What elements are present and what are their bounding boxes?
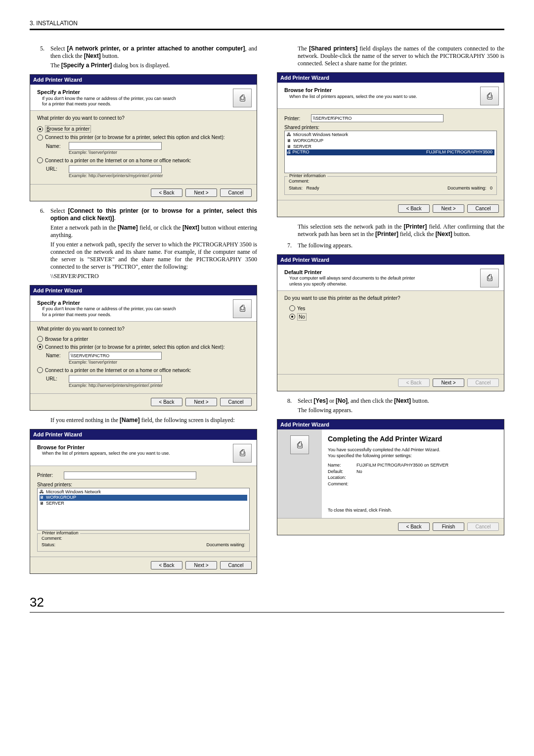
right-intro: The [Shared printers] field displays the… bbox=[277, 45, 504, 69]
t: You specified the following printer sett… bbox=[328, 453, 498, 459]
next-button[interactable]: Next > bbox=[185, 561, 217, 569]
cancel-button: Cancel bbox=[467, 378, 499, 387]
back-button[interactable]: < Back bbox=[151, 189, 182, 197]
radio-label: Yes bbox=[297, 305, 305, 312]
url-label: URL: bbox=[46, 166, 66, 172]
dialog-subheading: Your computer will always send documents… bbox=[289, 276, 428, 287]
t: field, or click the bbox=[138, 224, 182, 231]
back-button[interactable]: < Back bbox=[151, 398, 182, 406]
info-legend: Printer information bbox=[288, 173, 327, 179]
dialog-titlebar: Add Printer Wizard bbox=[30, 285, 257, 295]
back-button[interactable]: < Back bbox=[151, 561, 182, 569]
cancel-button[interactable]: Cancel bbox=[220, 561, 252, 569]
t: , and then click the bbox=[348, 397, 394, 404]
right-after-browse: This selection sets the network path in … bbox=[277, 223, 504, 240]
shared-printers-tree[interactable]: 🖧Microsoft Windows Network 🖥WORKGROUP 🖥S… bbox=[284, 131, 497, 173]
radio-label: Connect to this printer (or to browse fo… bbox=[45, 344, 225, 350]
step-8: 8. Select [Yes] or [No], and then click … bbox=[277, 397, 504, 416]
tree-node-server[interactable]: 🖥SERVER bbox=[287, 144, 494, 150]
cancel-button[interactable]: Cancel bbox=[220, 189, 252, 197]
shared-label: Shared printers: bbox=[37, 481, 250, 488]
name-field[interactable]: \\SERVER\PICTRO bbox=[69, 352, 162, 360]
radio-yes[interactable]: Yes bbox=[289, 305, 497, 312]
radio-no[interactable]: No bbox=[289, 313, 497, 321]
tree-node-workgroup[interactable]: 🖥WORKGROUP bbox=[40, 495, 247, 501]
finish-button[interactable]: Finish bbox=[433, 522, 464, 531]
printer-field[interactable]: \\SERVER\PICTRO bbox=[311, 114, 444, 122]
t: Enter a network path in the bbox=[50, 224, 118, 231]
radio-internet[interactable]: Connect to a printer on the Internet or … bbox=[37, 157, 250, 164]
step-7: 7. The following appears. bbox=[277, 242, 504, 251]
step-number: 6. bbox=[30, 207, 50, 282]
tree-node-network[interactable]: 🖧Microsoft Windows Network bbox=[287, 132, 494, 138]
step-6: 6. Select [Connect to this printer (or t… bbox=[30, 207, 257, 282]
status-value: Ready bbox=[307, 186, 319, 190]
t: [Next] bbox=[84, 52, 101, 59]
next-button[interactable]: Next > bbox=[185, 189, 217, 197]
next-button[interactable]: Next > bbox=[185, 398, 217, 406]
next-button[interactable]: Next > bbox=[433, 204, 464, 213]
printer-icon: ⎙ bbox=[290, 435, 309, 454]
t: The following appears. bbox=[298, 407, 504, 414]
back-button: < Back bbox=[398, 378, 430, 387]
header-rule bbox=[30, 29, 504, 30]
tree-node-workgroup[interactable]: 🖥WORKGROUP bbox=[287, 138, 494, 144]
tree-node-network[interactable]: 🖧Microsoft Windows Network bbox=[40, 489, 247, 495]
radio-label: Connect to a printer on the Internet or … bbox=[45, 157, 191, 164]
radio-connect[interactable]: Connect to this printer (or to browse fo… bbox=[37, 344, 250, 350]
t: [Name] bbox=[118, 224, 138, 231]
dialog-titlebar: Add Printer Wizard bbox=[277, 73, 504, 83]
t: . bbox=[114, 215, 116, 222]
step-5: 5. Select [A network printer, or a print… bbox=[30, 45, 257, 71]
status-label: Status: bbox=[289, 186, 303, 190]
printer-info-block: Printer information Comment: Status: Rea… bbox=[284, 176, 497, 194]
docs-value: 0 bbox=[490, 186, 492, 190]
printer-field[interactable] bbox=[64, 472, 196, 479]
printer-icon: ⎙ bbox=[480, 87, 499, 105]
dialog-titlebar: Add Printer Wizard bbox=[277, 420, 504, 429]
radio-connect[interactable]: Connect to this printer (or to browse fo… bbox=[37, 134, 250, 141]
next-button[interactable]: Next > bbox=[433, 378, 464, 387]
cancel-button[interactable]: Cancel bbox=[220, 398, 252, 406]
t: If you enter a network path, specify the… bbox=[50, 241, 257, 271]
printer-icon: ⎙ bbox=[233, 444, 252, 463]
cancel-button[interactable]: Cancel bbox=[467, 204, 499, 213]
docs-label: Documents waiting: bbox=[206, 542, 245, 547]
url-field[interactable] bbox=[69, 375, 162, 383]
radio-icon bbox=[37, 336, 43, 342]
t: button. bbox=[101, 52, 119, 59]
tree-node-server[interactable]: 🖥SERVER bbox=[40, 501, 247, 507]
shared-printers-tree[interactable]: 🖧Microsoft Windows Network 🖥WORKGROUP 🖥S… bbox=[37, 488, 250, 530]
name-field[interactable] bbox=[69, 142, 162, 150]
question-text: Do you want to use this printer as the d… bbox=[284, 295, 497, 301]
url-field[interactable] bbox=[69, 165, 162, 173]
t: [Name] bbox=[120, 417, 140, 424]
radio-browse[interactable]: BBrowse for a printerrowse for a printer bbox=[37, 125, 250, 133]
tree-node-pictro[interactable]: 🖨 PICTRO FUJIFILM PICTROGRAPHY3500 bbox=[287, 149, 494, 155]
info-legend: Printer information bbox=[41, 530, 80, 536]
dialog-heading: Default Printer bbox=[284, 269, 428, 276]
radio-icon bbox=[37, 344, 43, 350]
dialog-titlebar: Add Printer Wizard bbox=[30, 429, 257, 439]
t: [Next] bbox=[436, 231, 452, 237]
radio-internet[interactable]: Connect to a printer on the Internet or … bbox=[37, 367, 250, 374]
printer-desc: FUJIFILM PICTROGRAPHY3500 bbox=[426, 149, 492, 155]
dialog-subheading: If you don't know the name or address of… bbox=[42, 306, 180, 318]
name-label: Name: bbox=[46, 352, 66, 359]
t: [Specify a Printer] bbox=[61, 62, 112, 69]
dialog-heading: Browse for Printer bbox=[37, 444, 170, 451]
back-button[interactable]: < Back bbox=[398, 204, 430, 213]
t: or bbox=[328, 397, 336, 404]
radio-browse[interactable]: Browse for a printer bbox=[37, 336, 250, 342]
dialog-subheading: When the list of printers appears, selec… bbox=[289, 94, 417, 100]
radio-icon bbox=[37, 157, 43, 163]
text-after-dialog2: If you entered nothing in the [Name] fie… bbox=[30, 417, 257, 426]
dialog-browse-printer-2: Add Printer Wizard Browse for Printer Wh… bbox=[277, 72, 504, 217]
t: [A network printer, or a printer attache… bbox=[67, 45, 245, 52]
t: [Next] bbox=[182, 224, 199, 231]
back-button[interactable]: < Back bbox=[398, 522, 430, 531]
step-number: 7. bbox=[277, 242, 298, 251]
dialog-specify-printer-2: Add Printer Wizard Specify a Printer If … bbox=[30, 285, 257, 411]
k: Default: bbox=[328, 469, 354, 475]
example-text: Example: \\server\printer bbox=[69, 360, 250, 366]
